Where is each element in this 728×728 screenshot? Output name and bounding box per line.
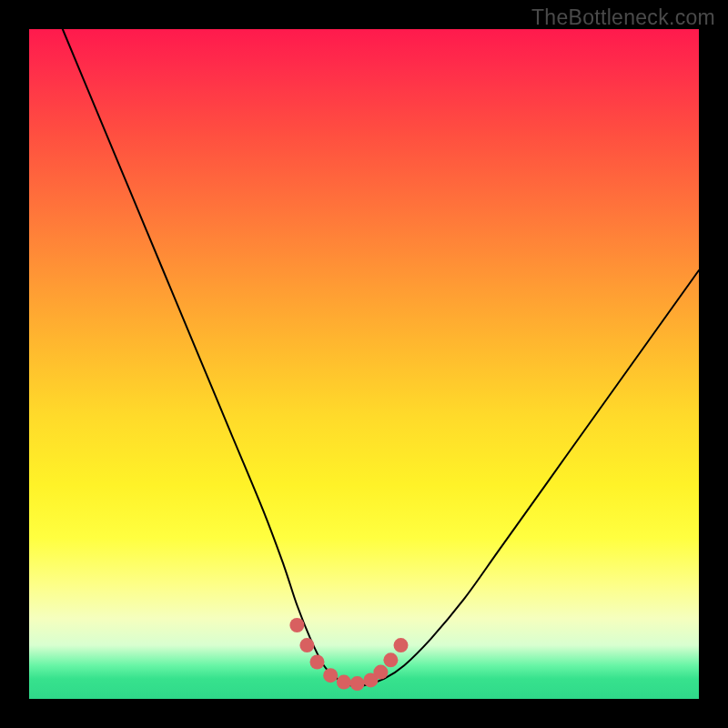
minimum-dots — [289, 618, 408, 691]
minimum-dot — [310, 655, 325, 670]
minimum-dot — [323, 668, 338, 682]
minimum-dot — [289, 618, 304, 632]
watermark-text: TheBottleneck.com — [531, 5, 715, 30]
minimum-dot — [373, 665, 388, 680]
minimum-dot — [299, 638, 314, 652]
plot-area — [29, 29, 699, 699]
minimum-dot — [337, 675, 351, 690]
curve-layer — [29, 29, 699, 699]
minimum-dot — [383, 652, 398, 667]
minimum-dot — [350, 676, 365, 691]
chart-frame: TheBottleneck.com — [0, 0, 728, 728]
bottleneck-curve — [63, 29, 699, 686]
minimum-dot — [394, 638, 409, 652]
